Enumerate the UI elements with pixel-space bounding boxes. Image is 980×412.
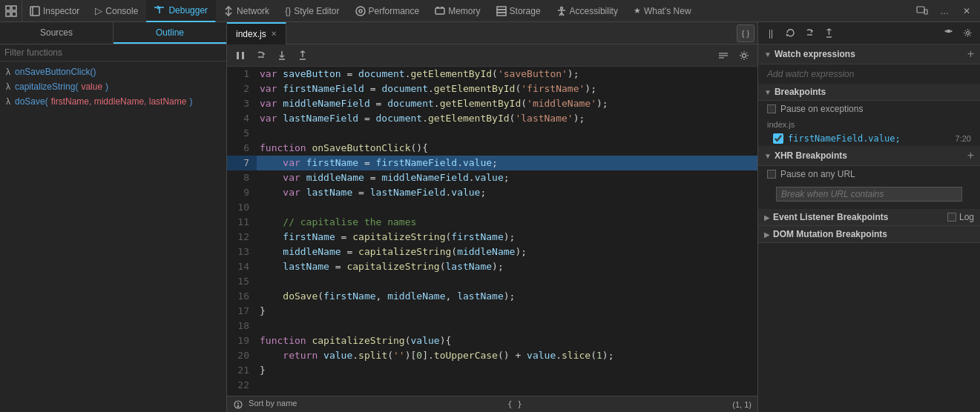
breakpoint-checkbox[interactable] [773,133,783,144]
reload-btn[interactable] [782,25,798,41]
dom-mutation-section-header[interactable]: ▶ DOM Mutation Breakpoints [758,226,980,243]
line-number: 13 [227,245,257,259]
line-number: 17 [227,304,257,319]
editor-tab-close[interactable]: ✕ [271,30,277,38]
svg-rect-10 [435,8,444,14]
sources-panel: Sources Outline λ onSaveButtonClick() λ … [0,22,227,412]
whats-new-icon: ★ [634,6,641,16]
line-number: 14 [227,259,257,274]
list-item[interactable]: λ onSaveButtonClick() [0,64,226,79]
tab-console[interactable]: ▷ Console [88,0,146,22]
pause-on-exceptions-option[interactable]: Pause on exceptions [758,101,980,117]
outline-tab[interactable]: Outline [114,22,226,44]
function-name: doSave( [15,96,48,107]
step-out-btn[interactable] [294,47,312,64]
xhr-url-input-container [758,182,980,209]
code-editor[interactable]: 1var saveButton = document.getElementByI… [227,67,757,396]
pause-on-exceptions-checkbox[interactable] [767,104,776,113]
svg-rect-24 [924,10,927,14]
step-over-btn[interactable] [252,47,270,64]
line-content: var saveButton = document.getElementById… [257,67,757,82]
line-content: var lastName = lastNameField.value; [257,185,757,200]
xhr-section-header[interactable]: ▼ XHR Breakpoints + [758,146,980,166]
line-content: } [257,363,757,378]
line-content: middleName = capitalizeString(middleName… [257,245,757,259]
svg-rect-23 [917,7,924,13]
svg-point-42 [947,30,950,33]
xhr-url-input[interactable] [776,187,962,202]
tab-performance[interactable]: Performance [348,0,428,22]
tab-network[interactable]: Network [216,0,277,22]
breakpoints-toggle-icon: ▼ [764,88,772,96]
log-option: Log [947,212,974,222]
pause-any-url-label: Pause on any URL [780,169,855,179]
event-log-checkbox[interactable] [947,213,956,222]
line-number: 19 [227,333,257,348]
tab-accessibility-label: Accessibility [570,6,618,16]
code-line: 8 var middleName = middleNameField.value… [227,170,757,185]
editor-bottom-bar: Sort by name { } (1, 1) [227,396,757,412]
line-number: 9 [227,185,257,200]
filter-bar [0,44,226,62]
code-line: 20 return value.split('')[0].toUpperCase… [227,348,757,363]
step-out-tb-btn[interactable] [820,25,837,41]
pretty-print-btn[interactable]: { } [737,24,754,42]
tab-accessibility[interactable]: Accessibility [549,0,626,22]
tab-memory[interactable]: Memory [427,0,488,22]
line-content: var firstNameField = document.getElement… [257,82,757,96]
sources-list: λ onSaveButtonClick() λ capitalizeString… [0,62,226,412]
event-listener-section-header[interactable]: ▶ Event Listener Breakpoints Log [758,209,980,226]
line-number: 11 [227,215,257,230]
line-content: doSave(firstName, middleName, lastName); [257,289,757,304]
code-line: 10 [227,200,757,215]
tab-storage[interactable]: Storage [489,0,549,22]
responsive-design-btn[interactable] [912,1,933,21]
svg-rect-17 [497,13,506,16]
function-param: firstName, middleName, lastName [51,96,187,107]
pause-btn[interactable]: || [763,25,779,41]
pause-any-url-checkbox[interactable] [767,170,776,179]
tab-whats-new[interactable]: ★ What's New [626,0,700,22]
watch-section-header[interactable]: ▼ Watch expressions + [758,44,980,64]
code-line: 22 [227,378,757,393]
line-number: 16 [227,289,257,304]
xhr-add-btn[interactable]: + [967,149,974,162]
tab-performance-label: Performance [369,6,420,16]
line-content [257,126,757,141]
code-line: 9 var lastName = lastNameField.value; [227,185,757,200]
breakpoints-section-header[interactable]: ▼ Breakpoints [758,84,980,101]
inline-variable-btn[interactable] [714,47,732,64]
code-line: 1var saveButton = document.getElementByI… [227,67,757,82]
console-icon: ▷ [95,5,102,16]
editor-tab-indexjs[interactable]: index.js ✕ [227,22,286,44]
step-into-btn[interactable] [273,47,291,64]
line-number: 20 [227,348,257,363]
line-number: 10 [227,200,257,215]
inline-variables-toggle[interactable] [940,25,956,41]
sources-tab[interactable]: Sources [0,22,114,44]
step-over-tb-btn[interactable] [801,25,818,41]
tab-inspector[interactable]: Inspector [22,0,88,22]
more-tools-btn[interactable]: … [934,1,955,21]
tab-debugger[interactable]: Debugger [146,0,216,22]
pause-any-url-option[interactable]: Pause on any URL [758,166,980,182]
line-content: // capitalise the names [257,215,757,230]
filter-input[interactable] [4,47,222,58]
tab-style-editor-label: Style Editor [294,6,339,16]
watch-section-title: Watch expressions [775,49,967,59]
line-content: var middleNameField = document.getElemen… [257,96,757,111]
watch-add-btn[interactable]: + [967,47,974,61]
xhr-section-title: XHR Breakpoints [775,150,967,161]
pause-resume-btn[interactable] [231,47,249,64]
list-item[interactable]: λ doSave(firstName, middleName, lastName… [0,94,226,109]
tab-style-editor[interactable]: {} Style Editor [277,0,347,22]
settings-panel-btn[interactable] [959,25,976,41]
list-item[interactable]: λ capitalizeString(value) [0,79,226,94]
breakpoint-line: 7:20 [956,134,971,143]
settings-btn[interactable] [735,47,753,64]
line-number: 6 [227,141,257,156]
close-devtools-btn[interactable]: ✕ [956,1,977,21]
tab-console-label: Console [105,6,138,16]
line-number: 22 [227,378,257,393]
lambda-icon: λ [6,96,10,107]
